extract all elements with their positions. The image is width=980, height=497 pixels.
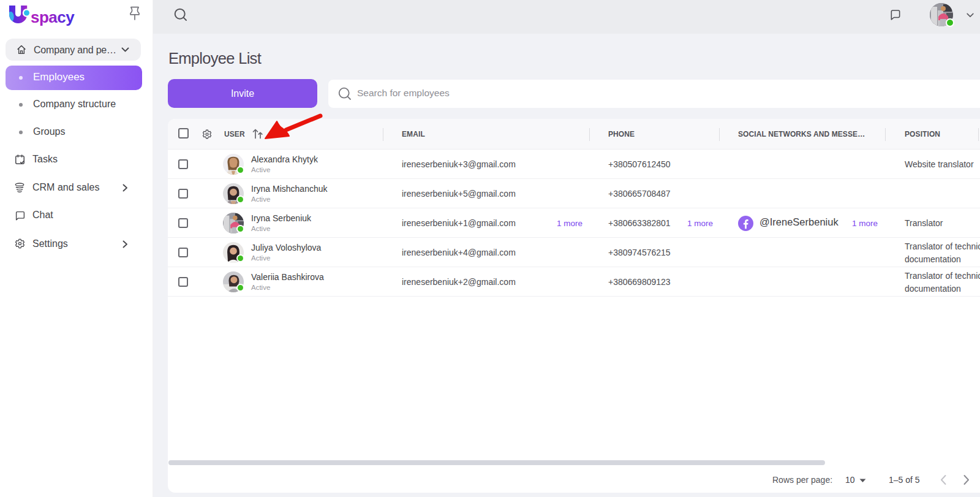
svg-text:spacy: spacy — [31, 8, 75, 26]
